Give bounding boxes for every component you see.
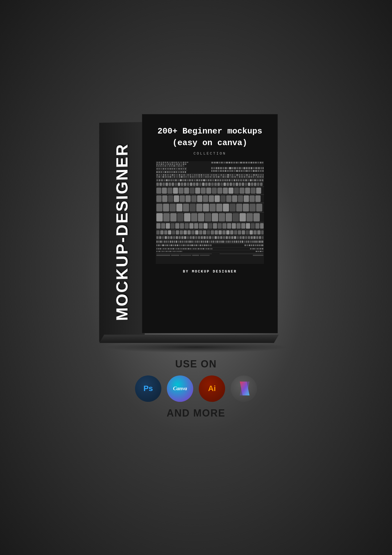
svg-rect-458 bbox=[190, 236, 192, 239]
svg-rect-144 bbox=[163, 174, 164, 176]
svg-rect-6 bbox=[169, 162, 171, 163]
svg-rect-374 bbox=[250, 204, 256, 211]
svg-rect-182 bbox=[249, 174, 250, 176]
box-front-face: 200+ Beginner mockups (easy on canva) CO… bbox=[142, 114, 278, 333]
svg-rect-104 bbox=[158, 171, 160, 173]
svg-rect-187 bbox=[260, 174, 262, 176]
svg-rect-606 bbox=[201, 248, 202, 249]
svg-rect-44 bbox=[172, 163, 173, 165]
svg-rect-197 bbox=[174, 176, 175, 178]
svg-rect-148 bbox=[172, 174, 174, 176]
svg-rect-329 bbox=[201, 188, 206, 194]
svg-rect-230 bbox=[248, 176, 250, 178]
svg-rect-607 bbox=[203, 248, 204, 249]
svg-rect-434 bbox=[222, 230, 226, 234]
svg-rect-443 bbox=[257, 230, 261, 234]
svg-rect-320 bbox=[156, 186, 264, 187]
svg-rect-345 bbox=[180, 195, 185, 202]
svg-rect-164 bbox=[207, 174, 209, 176]
svg-rect-343 bbox=[168, 195, 173, 202]
use-on-label: USE ON bbox=[175, 358, 217, 370]
svg-rect-497 bbox=[178, 241, 179, 243]
svg-rect-375 bbox=[256, 204, 262, 211]
svg-rect-603 bbox=[196, 248, 197, 249]
svg-rect-583 bbox=[163, 248, 164, 249]
svg-rect-293 bbox=[181, 183, 183, 186]
svg-rect-307 bbox=[223, 183, 226, 186]
svg-rect-530 bbox=[242, 241, 243, 243]
svg-rect-549 bbox=[170, 244, 172, 246]
svg-rect-11 bbox=[180, 162, 182, 163]
svg-rect-318 bbox=[257, 183, 259, 186]
svg-rect-644 bbox=[262, 251, 263, 252]
svg-rect-653 bbox=[253, 255, 263, 256]
svg-rect-341 bbox=[156, 195, 162, 202]
svg-rect-35 bbox=[260, 162, 261, 163]
svg-rect-414 bbox=[255, 223, 259, 229]
svg-rect-580 bbox=[158, 248, 159, 249]
svg-rect-629 bbox=[166, 251, 167, 252]
svg-rect-175 bbox=[231, 174, 233, 176]
svg-rect-269 bbox=[229, 179, 230, 181]
svg-rect-433 bbox=[218, 230, 222, 234]
svg-rect-344 bbox=[174, 195, 179, 202]
svg-rect-522 bbox=[226, 241, 228, 243]
svg-rect-223 bbox=[231, 176, 234, 178]
svg-rect-371 bbox=[230, 204, 236, 211]
svg-rect-621 bbox=[156, 250, 264, 250]
svg-rect-513 bbox=[209, 241, 210, 243]
svg-rect-192 bbox=[162, 176, 164, 178]
svg-rect-37 bbox=[156, 163, 158, 165]
svg-rect-372 bbox=[236, 204, 242, 211]
svg-rect-647 bbox=[220, 253, 263, 254]
svg-rect-90 bbox=[236, 167, 238, 169]
svg-rect-611 bbox=[210, 248, 211, 249]
svg-rect-3 bbox=[163, 162, 164, 163]
svg-rect-119 bbox=[215, 170, 217, 172]
svg-rect-272 bbox=[236, 179, 238, 181]
svg-rect-240 bbox=[161, 179, 163, 181]
svg-rect-347 bbox=[191, 195, 197, 202]
svg-rect-64 bbox=[156, 167, 187, 168]
svg-rect-235 bbox=[259, 176, 262, 178]
svg-rect-62 bbox=[180, 165, 182, 167]
svg-rect-7 bbox=[172, 162, 173, 163]
svg-rect-193 bbox=[165, 176, 167, 178]
svg-rect-143 bbox=[161, 174, 162, 176]
svg-rect-126 bbox=[231, 170, 233, 172]
illustrator-icon: Ai bbox=[199, 375, 225, 402]
svg-rect-83 bbox=[220, 167, 222, 169]
svg-rect-228 bbox=[244, 176, 245, 178]
svg-rect-43 bbox=[169, 163, 171, 165]
svg-rect-523 bbox=[228, 241, 230, 243]
svg-rect-535 bbox=[251, 241, 253, 243]
svg-rect-420 bbox=[168, 230, 171, 234]
svg-rect-42 bbox=[167, 163, 169, 165]
svg-rect-183 bbox=[251, 174, 253, 176]
svg-rect-226 bbox=[239, 176, 240, 178]
svg-rect-9 bbox=[175, 162, 177, 163]
svg-rect-483 bbox=[259, 236, 261, 239]
svg-rect-382 bbox=[191, 213, 197, 221]
svg-rect-255 bbox=[196, 179, 198, 181]
svg-rect-180 bbox=[243, 174, 245, 176]
svg-rect-552 bbox=[177, 244, 178, 246]
svg-rect-128 bbox=[236, 170, 238, 172]
svg-rect-650 bbox=[180, 255, 191, 256]
svg-rect-646 bbox=[156, 253, 212, 254]
box-shadow bbox=[105, 342, 287, 353]
svg-rect-27 bbox=[240, 162, 242, 163]
svg-rect-484 bbox=[262, 236, 264, 239]
svg-rect-512 bbox=[207, 241, 208, 243]
svg-rect-548 bbox=[169, 244, 170, 246]
svg-rect-474 bbox=[234, 236, 236, 239]
svg-rect-88 bbox=[232, 167, 233, 169]
svg-rect-575 bbox=[257, 244, 258, 246]
svg-rect-577 bbox=[261, 244, 263, 246]
svg-rect-89 bbox=[234, 167, 236, 169]
svg-rect-156 bbox=[190, 174, 191, 176]
svg-rect-557 bbox=[187, 244, 189, 246]
svg-rect-25 bbox=[236, 162, 238, 163]
svg-rect-413 bbox=[251, 223, 255, 229]
svg-rect-465 bbox=[209, 236, 211, 239]
